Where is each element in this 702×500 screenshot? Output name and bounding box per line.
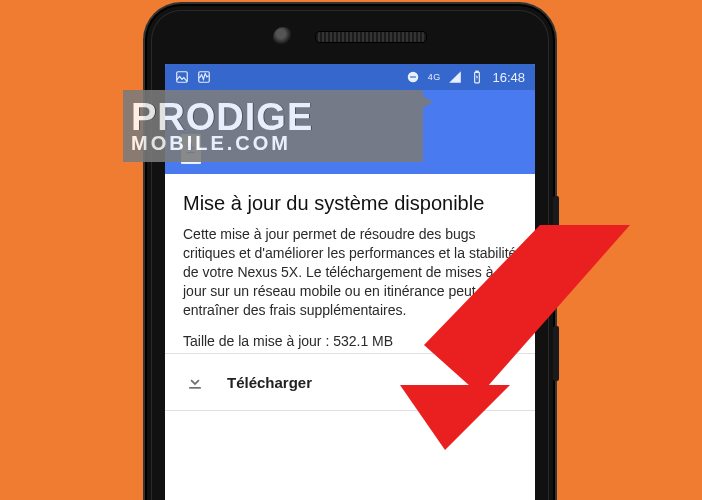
update-description: Cette mise à jour permet de résoudre des… — [183, 225, 517, 319]
update-size-label: Taille de la mise à jour : — [183, 333, 329, 349]
update-size-value: 532.1 MB — [333, 333, 393, 349]
activity-icon — [197, 70, 211, 84]
front-camera — [273, 27, 293, 47]
battery-icon — [470, 70, 484, 84]
download-icon — [185, 372, 205, 392]
svg-rect-5 — [476, 71, 478, 72]
update-content: Mise à jour du système disponible Cette … — [165, 174, 535, 353]
status-bar: 4G 16:48 — [165, 64, 535, 90]
svg-rect-6 — [187, 152, 195, 153]
signal-icon — [448, 70, 462, 84]
download-button[interactable]: Télécharger — [165, 354, 535, 410]
update-size: Taille de la mise à jour : 532.1 MB — [183, 333, 517, 349]
phone-frame: 4G 16:48 — [147, 6, 553, 500]
app-bar — [165, 90, 535, 174]
sensor-bar — [147, 30, 553, 44]
phone-power-button — [553, 326, 559, 381]
picture-icon — [175, 70, 189, 84]
separator — [165, 410, 535, 411]
phone-volume-button — [553, 196, 559, 306]
earpiece-speaker — [315, 31, 427, 43]
network-label: 4G — [428, 73, 441, 82]
page-title: Mise à jour du système disponible — [183, 192, 517, 215]
phone-screen: 4G 16:48 — [165, 64, 535, 500]
system-update-icon — [179, 132, 203, 166]
clock: 16:48 — [492, 70, 525, 85]
dnd-icon — [406, 70, 420, 84]
download-label: Télécharger — [227, 374, 312, 391]
svg-rect-3 — [410, 76, 416, 77]
svg-rect-7 — [189, 387, 201, 389]
